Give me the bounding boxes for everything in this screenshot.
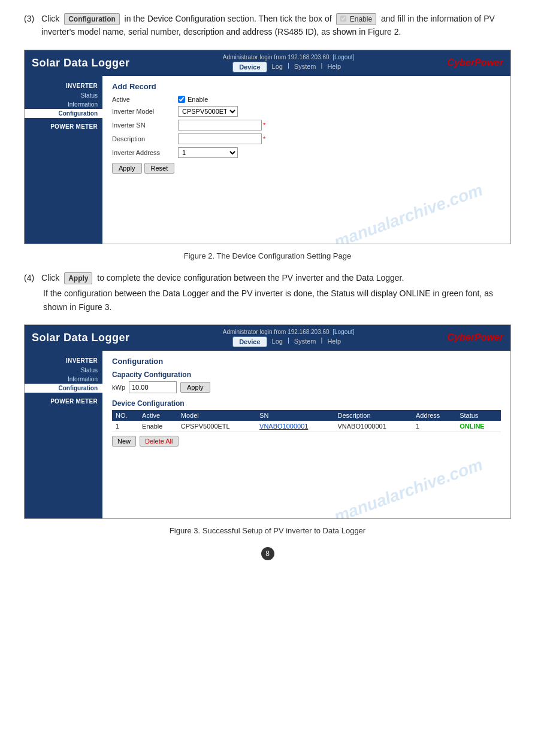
apply-btn-1[interactable]: Apply xyxy=(112,163,142,174)
model-select[interactable]: CPSPV5000ETL xyxy=(178,106,238,117)
enable-inline-label: Enable xyxy=(336,13,376,25)
sn-req: * xyxy=(263,122,265,129)
sidebar-configuration-2[interactable]: Configuration xyxy=(25,384,102,393)
figure3-screenshot: Solar Data Logger Administrator login fr… xyxy=(24,324,511,519)
configuration-inline-btn: Configuration xyxy=(64,13,120,25)
step3-text: Click Configuration in the Device Config… xyxy=(41,12,511,39)
step4-block: (4) Click Apply to complete the device c… xyxy=(24,271,511,314)
row-no: 1 xyxy=(112,421,138,432)
sdl-body-1: INVERTER Status Information Configuratio… xyxy=(25,76,510,244)
sidebar-inverter-1: INVERTER xyxy=(25,81,102,91)
step3-prefix: (3) xyxy=(24,12,34,25)
col-status: Status xyxy=(456,410,501,421)
addr-select[interactable]: 1 xyxy=(178,147,238,158)
reset-btn-1[interactable]: Reset xyxy=(144,163,175,174)
config-title: Configuration xyxy=(112,357,501,366)
system-nav-1[interactable]: System xyxy=(291,62,320,72)
col-addr: Address xyxy=(412,410,456,421)
row-status: ONLINE xyxy=(456,421,501,432)
step3-click: Click xyxy=(41,14,59,23)
sidebar-status-1[interactable]: Status xyxy=(25,91,102,100)
device-nav-btn-1[interactable]: Device xyxy=(232,62,267,72)
device-nav-btn-2[interactable]: Device xyxy=(232,336,267,347)
sdl-header-1: Solar Data Logger Administrator login fr… xyxy=(25,50,510,76)
page-number-circle: 8 xyxy=(261,547,274,560)
cap-config-row: kWp Apply xyxy=(112,381,501,393)
col-sn: SN xyxy=(256,410,334,421)
log-nav-2[interactable]: Log xyxy=(268,336,286,347)
sdl-logo-2: Solar Data Logger xyxy=(32,332,130,344)
form-buttons: Apply Reset xyxy=(112,163,501,174)
form-row-desc: Description * xyxy=(112,133,501,144)
table-btn-row: New Delete All xyxy=(112,436,501,447)
form-row-addr: Inverter Address 1 xyxy=(112,147,501,158)
sdl-body-2: INVERTER Status Information Configuratio… xyxy=(25,351,510,518)
sidebar-configuration-1[interactable]: Configuration xyxy=(25,109,102,118)
col-no: NO. xyxy=(112,410,138,421)
table-header-row: NO. Active Model SN Description Address … xyxy=(112,410,501,421)
enable-label: Enable xyxy=(188,96,208,103)
desc-input[interactable] xyxy=(178,133,262,144)
sidebar-information-1[interactable]: Information xyxy=(25,100,102,109)
form-row-active: Active Enable xyxy=(112,96,501,103)
row-model: CPSPV5000ETL xyxy=(177,421,256,432)
step4-prefix: (4) xyxy=(24,271,34,284)
sidebar-power-meter-1: POWER METER xyxy=(25,122,102,132)
col-model: Model xyxy=(177,410,256,421)
sdl-content-2: Configuration Capacity Configuration kWp… xyxy=(102,351,510,518)
sdl-admin-info-1: Administrator login from 192.168.203.60 … xyxy=(223,54,355,72)
row-desc: VNABO1000001 xyxy=(334,421,412,432)
cyberpower-brand-1: CyberPower xyxy=(448,57,503,68)
cap-config-title: Capacity Configuration xyxy=(112,371,501,379)
device-config-table: NO. Active Model SN Description Address … xyxy=(112,410,501,432)
sdl-sidebar-2: INVERTER Status Information Configuratio… xyxy=(25,351,102,518)
sdl-header-2: Solar Data Logger Administrator login fr… xyxy=(25,325,510,351)
log-nav-1[interactable]: Log xyxy=(268,62,286,72)
row-active: Enable xyxy=(138,421,177,432)
cap-apply-btn[interactable]: Apply xyxy=(180,382,210,393)
dev-config-title: Device Configuration xyxy=(112,399,501,408)
figure3-caption: Figure 3. Successful Setup of PV inverte… xyxy=(24,526,511,535)
sidebar-power-meter-2: POWER METER xyxy=(25,396,102,406)
sidebar-information-2[interactable]: Information xyxy=(25,375,102,384)
row-sn[interactable]: VNABO1000001 xyxy=(256,421,334,432)
sdl-content-1: Add Record Active Enable Inverter Model … xyxy=(102,76,510,244)
add-record-title: Add Record xyxy=(112,82,501,91)
col-desc: Description xyxy=(334,410,412,421)
row-addr: 1 xyxy=(412,421,456,432)
apply-inline-btn: Apply xyxy=(64,272,92,284)
table-row: 1 Enable CPSPV5000ETL VNABO1000001 VNABO… xyxy=(112,421,501,432)
help-nav-1[interactable]: Help xyxy=(324,62,344,72)
col-active: Active xyxy=(138,410,177,421)
kwp-label: kWp xyxy=(112,384,125,391)
delete-all-btn[interactable]: Delete All xyxy=(140,436,178,447)
sn-input[interactable] xyxy=(178,120,262,130)
new-btn[interactable]: New xyxy=(112,436,136,447)
cyberpower-brand-2: CyberPower xyxy=(448,332,503,343)
system-nav-2[interactable]: System xyxy=(291,336,320,347)
form-row-sn: Inverter SN * xyxy=(112,120,501,130)
desc-req: * xyxy=(263,135,265,142)
sdl-admin-info-2: Administrator login from 192.168.203.60 … xyxy=(223,329,355,347)
figure2-screenshot: Solar Data Logger Administrator login fr… xyxy=(24,50,511,244)
help-nav-2[interactable]: Help xyxy=(324,336,344,347)
step3-block: (3) Click Configuration in the Device Co… xyxy=(24,12,511,39)
form-row-model: Inverter Model CPSPV5000ETL xyxy=(112,106,501,117)
sidebar-inverter-2: INVERTER xyxy=(25,356,102,366)
step4-sub: If the configuration between the Data Lo… xyxy=(43,287,511,314)
sdl-logo-1: Solar Data Logger xyxy=(32,57,130,69)
active-checkbox[interactable] xyxy=(178,96,185,103)
sdl-sidebar-1: INVERTER Status Information Configuratio… xyxy=(25,76,102,244)
kwp-input[interactable] xyxy=(129,381,177,393)
step4-text: Click Apply to complete the device confi… xyxy=(41,271,511,284)
figure2-caption: Figure 2. The Device Configuration Setti… xyxy=(24,251,511,260)
page-number-area: 8 xyxy=(24,547,511,560)
sidebar-status-2[interactable]: Status xyxy=(25,366,102,375)
